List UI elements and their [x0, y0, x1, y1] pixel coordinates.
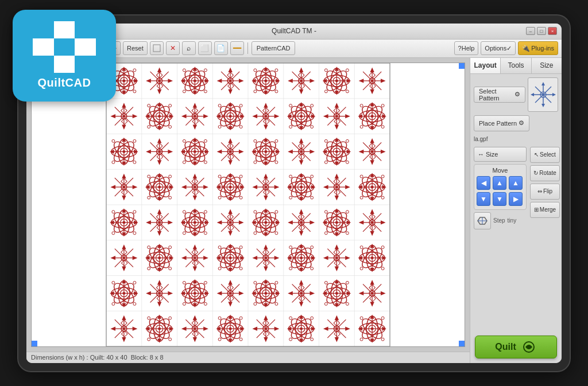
logo-cell [33, 21, 54, 38]
place-pattern-label: Place Pattern [479, 120, 517, 127]
right-action-buttons: ↖ Select ↻ Rotate ⇔ Flip [530, 147, 560, 229]
reset-label: Reset [127, 45, 144, 52]
right-panel: Layout Tools Size Select Pattern [470, 58, 562, 363]
gear-icon: ⚙ [514, 91, 520, 98]
logo-cell [33, 38, 54, 56]
rotate-icon: ↻ [533, 170, 538, 176]
view-icon-button[interactable]: ⬜ [198, 41, 212, 55]
separator-2 [247, 42, 248, 54]
select-action-label: Select [540, 151, 556, 158]
title-bar-text: QuiltCAD TM - [272, 27, 316, 35]
help-label: ?Help [458, 45, 475, 52]
rotate-action-button[interactable]: ↻ Rotate [530, 165, 560, 181]
canvas-wrapper[interactable] [31, 63, 465, 347]
tab-size[interactable]: Size [532, 58, 562, 73]
pattern-preview-box [528, 77, 558, 112]
move-label: Move [477, 167, 524, 174]
plugins-label: Plug-ins [531, 45, 554, 52]
size-icon: ↔ [478, 151, 484, 158]
step-button[interactable] [474, 212, 491, 229]
close-button[interactable]: × [548, 27, 557, 35]
merge-label: Merge [540, 206, 556, 213]
quilt-btn-icon [521, 340, 537, 354]
logo-cell [75, 56, 96, 73]
move-up-right-button[interactable]: ▲ [509, 176, 523, 190]
options-button[interactable]: Options ✓ [481, 41, 516, 55]
cancel-icon-button[interactable] [150, 41, 164, 55]
logo-cell [54, 21, 75, 38]
svg-marker-50 [541, 104, 545, 107]
file-label: la.gpf [474, 135, 558, 143]
select-pattern-row: Select Pattern ⚙ [474, 77, 558, 112]
place-gear-icon: ⚙ [519, 119, 524, 127]
move-down-left-button[interactable]: ▼ [477, 192, 490, 206]
canvas-area: Dimensions (w x h) : Quilt: 40 x 40 Bloc… [26, 58, 470, 363]
dimensions-text: Dimensions (w x h) : [31, 354, 88, 361]
move-grid: ◀ ▲ ▲ ▼ ▼ ▶ [477, 176, 524, 207]
svg-marker-52 [552, 93, 556, 96]
handle-bottom-left[interactable] [32, 341, 37, 346]
step-icon-svg [475, 214, 489, 228]
svg-marker-49 [541, 82, 545, 85]
move-left-button[interactable]: ◀ [477, 176, 490, 190]
place-pattern-button[interactable]: Place Pattern ⚙ [474, 115, 529, 131]
logo-cell [54, 38, 75, 56]
svg-marker-51 [531, 93, 534, 96]
export-icon-button[interactable]: 📄 [214, 41, 228, 55]
logo-cell [75, 38, 96, 56]
logo-checkerboard [33, 21, 96, 73]
zoom-icon-button[interactable]: ⌕ [182, 41, 196, 55]
puzzle-icon: 🔌 [522, 45, 530, 52]
select-action-button[interactable]: ↖ Select [530, 147, 560, 163]
measure-icon-button[interactable]: ━━ [230, 41, 244, 55]
options-check-icon: ✓ [506, 45, 512, 52]
size-label: Size [486, 151, 498, 158]
quilt-action-button[interactable]: Quilt [475, 336, 557, 358]
move-up-button[interactable]: ▲ [493, 176, 506, 190]
flip-icon: ⇔ [537, 188, 542, 194]
status-bar: Dimensions (w x h) : Quilt: 40 x 40 Bloc… [26, 352, 470, 363]
pattern-preview-svg [529, 80, 558, 109]
step-section: Step tiny [474, 212, 527, 229]
app-logo: QuiltCAD [13, 10, 116, 102]
help-button[interactable]: ?Help [454, 41, 479, 55]
maximize-button[interactable]: □ [537, 27, 546, 35]
logo-cell [75, 21, 96, 38]
main-content: Dimensions (w x h) : Quilt: 40 x 40 Bloc… [26, 58, 562, 363]
move-down-button[interactable]: ▼ [493, 192, 506, 206]
move-right-button[interactable]: ▶ [509, 192, 523, 206]
flip-action-button[interactable]: ⇔ Flip [530, 184, 560, 200]
quilt-pattern-svg [32, 63, 465, 346]
reset-button[interactable]: Reset [123, 41, 148, 55]
select-pattern-button[interactable]: Select Pattern ⚙ [474, 87, 525, 103]
move-actions-section: ↔ Size Move ◀ ▲ ▲ ▼ [474, 147, 558, 229]
svg-rect-0 [153, 45, 160, 52]
delete-icon-button[interactable]: ✕ [166, 41, 180, 55]
place-pattern-row: Place Pattern ⚙ [474, 115, 558, 131]
panel-tabs: Layout Tools Size [470, 58, 562, 74]
rotate-label: Rotate [539, 170, 556, 176]
tab-layout[interactable]: Layout [470, 58, 501, 73]
quilt-size-text: Quilt: 40 x 40 [90, 354, 127, 361]
logo-text: QuiltCAD [38, 76, 91, 89]
select-icon: ↖ [534, 151, 539, 158]
options-label: Options [485, 45, 506, 52]
tab-tools[interactable]: Tools [501, 58, 531, 73]
block-size-text: Block: 8 x 8 [131, 354, 164, 361]
select-pattern-label: Select Pattern [479, 88, 513, 102]
handle-bottom-right[interactable] [459, 341, 465, 346]
handle-top-right[interactable] [459, 63, 465, 69]
size-button[interactable]: ↔ Size [474, 147, 527, 162]
patterncad-button[interactable]: PatternCAD [252, 41, 296, 55]
logo-cell [54, 56, 75, 73]
quilt-btn-label: Quilt [495, 342, 516, 352]
minimize-button[interactable]: – [526, 27, 535, 35]
plugins-button[interactable]: 🔌 Plug-ins [518, 41, 558, 55]
title-bar-controls: – □ × [526, 27, 557, 35]
merge-icon: ⊞ [534, 206, 539, 213]
patterncad-label: PatternCAD [257, 45, 291, 52]
tiny-label: tiny [508, 217, 517, 224]
move-section: Move ◀ ▲ ▲ ▼ ▼ ▶ [474, 164, 527, 210]
panel-content: Select Pattern ⚙ [470, 74, 562, 331]
merge-action-button[interactable]: ⊞ Merge [530, 202, 560, 218]
